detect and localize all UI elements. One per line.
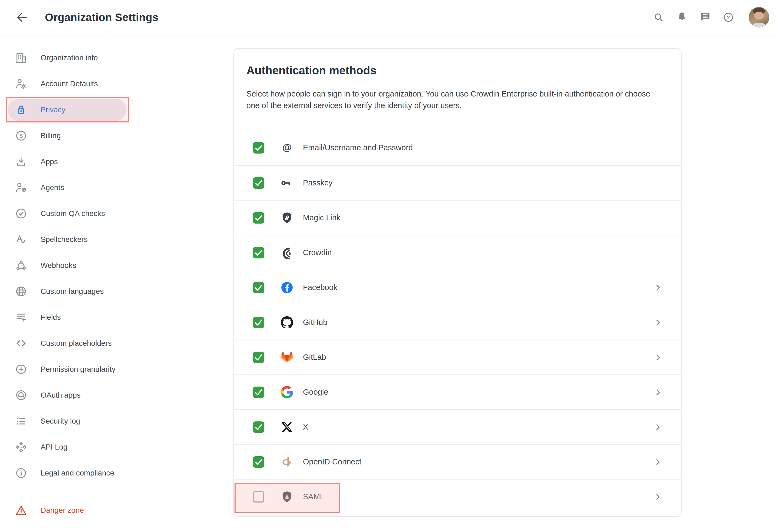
chevron-right-icon[interactable] (654, 283, 662, 292)
privacy-icon (15, 104, 27, 116)
openid-connect-icon (281, 456, 294, 468)
auth-method-label: Facebook (303, 283, 337, 292)
fields-icon (15, 311, 27, 324)
sidebar-item-fields[interactable]: Fields (0, 305, 233, 330)
checkbox-google[interactable] (253, 387, 264, 398)
sidebar-item-label: Legal and compliance (41, 469, 114, 477)
sidebar-item-label: Privacy (41, 106, 65, 114)
checkbox-github[interactable] (253, 317, 264, 328)
checkbox-crowdin[interactable] (253, 247, 264, 258)
auth-method-row-openid-connect[interactable]: OpenID Connect (234, 444, 681, 479)
auth-method-row-crowdin: Crowdin (234, 235, 681, 270)
oauth-apps-icon (15, 389, 27, 401)
notifications-bell-icon[interactable] (676, 11, 688, 23)
checkbox-passkey[interactable] (253, 177, 264, 189)
custom-qa-checks-icon (15, 207, 27, 220)
sidebar-item-danger-zone[interactable]: Danger zone (0, 497, 233, 523)
sidebar-item-label: Fields (41, 313, 61, 322)
checkbox-email-username-and-password[interactable] (253, 142, 264, 153)
sidebar: Organization infoAccount DefaultsPrivacy… (0, 35, 233, 523)
sidebar-item-custom-qa-checks[interactable]: Custom QA checks (0, 201, 233, 226)
email-username-and-password-icon: @ (281, 141, 294, 154)
passkey-icon (281, 177, 294, 190)
auth-methods-list: @Email/Username and PasswordPasskeyMagic… (234, 130, 681, 514)
sidebar-item-api-log[interactable]: API Log (0, 434, 233, 460)
crowdin-icon (281, 246, 294, 259)
auth-method-row-email-username-and-password: @Email/Username and Password (234, 130, 681, 165)
search-icon[interactable] (652, 11, 665, 23)
sidebar-item-label: Spellcheckers (41, 235, 87, 244)
sidebar-item-oauth-apps[interactable]: OAuth apps (0, 382, 233, 408)
auth-method-row-x[interactable]: X (234, 409, 681, 444)
checkbox-gitlab[interactable] (253, 352, 264, 363)
checkbox-openid-connect[interactable] (253, 456, 264, 468)
sidebar-item-label: Webhooks (41, 261, 76, 270)
sidebar-item-custom-placeholders[interactable]: Custom placeholders (0, 330, 233, 356)
billing-icon: $ (15, 130, 27, 142)
chevron-right-icon[interactable] (654, 318, 662, 327)
svg-text:?: ? (727, 15, 730, 20)
sidebar-item-agents[interactable]: Agents (0, 175, 233, 201)
account-defaults-icon (15, 78, 27, 90)
security-log-icon (15, 415, 27, 427)
legal-and-compliance-icon (15, 467, 27, 479)
sidebar-item-security-log[interactable]: Security log (0, 408, 233, 434)
checkbox-magic-link[interactable] (253, 212, 264, 223)
auth-method-label: GitLab (303, 353, 326, 362)
auth-method-label: Crowdin (303, 248, 332, 257)
svg-text:@: @ (282, 142, 292, 153)
webhooks-icon (15, 259, 27, 272)
sidebar-item-label: Custom languages (41, 287, 104, 296)
sidebar-item-legal-and-compliance[interactable]: Legal and compliance (0, 460, 233, 486)
sidebar-item-billing[interactable]: $Billing (0, 123, 233, 149)
magic-link-icon (281, 211, 294, 224)
sidebar-item-permission-granularity[interactable]: Permission granularity (0, 356, 233, 382)
x-icon (281, 421, 294, 434)
auth-method-label: Magic Link (303, 213, 341, 222)
sidebar-item-label: Security log (41, 417, 80, 425)
sidebar-item-account-defaults[interactable]: Account Defaults (0, 71, 233, 97)
warning-icon (15, 504, 27, 517)
auth-method-row-passkey: Passkey (234, 165, 681, 200)
chevron-right-icon[interactable] (654, 458, 662, 466)
auth-method-label: X (303, 422, 308, 431)
auth-method-row-saml[interactable]: SAML (234, 479, 681, 514)
auth-method-row-facebook[interactable]: Facebook (234, 270, 681, 305)
auth-method-row-google[interactable]: Google (234, 375, 681, 409)
sidebar-item-label: Billing (41, 131, 61, 140)
agents-icon (15, 181, 27, 194)
sidebar-item-label: Custom placeholders (41, 339, 112, 348)
auth-method-label: OpenID Connect (303, 457, 361, 466)
auth-method-row-magic-link: Magic Link (234, 200, 681, 235)
sidebar-item-spellcheckers[interactable]: Spellcheckers (0, 226, 233, 253)
user-avatar[interactable] (749, 7, 769, 27)
chevron-right-icon[interactable] (654, 492, 662, 501)
sidebar-item-label: Account Defaults (41, 79, 98, 88)
card-description: Select how people can sign in to your or… (246, 88, 664, 111)
top-app-bar: Organization Settings ? (0, 0, 779, 35)
help-icon[interactable]: ? (722, 11, 735, 23)
auth-method-row-gitlab[interactable]: GitLab (234, 339, 681, 375)
checkbox-saml[interactable] (253, 491, 264, 503)
spellcheckers-icon (15, 233, 27, 246)
sidebar-item-label: Custom QA checks (41, 209, 105, 218)
facebook-icon (281, 281, 294, 294)
chevron-right-icon[interactable] (654, 423, 662, 431)
sidebar-item-custom-languages[interactable]: Custom languages (0, 278, 233, 305)
github-icon (281, 316, 294, 329)
checkbox-facebook[interactable] (253, 282, 264, 293)
chevron-right-icon[interactable] (654, 353, 662, 362)
back-arrow-icon[interactable] (15, 10, 30, 25)
auth-method-row-github[interactable]: GitHub (234, 305, 681, 339)
sidebar-item-webhooks[interactable]: Webhooks (0, 253, 233, 278)
chevron-right-icon[interactable] (654, 388, 662, 397)
permission-granularity-icon (15, 363, 27, 376)
sidebar-item-privacy[interactable]: Privacy (0, 97, 233, 123)
messages-icon[interactable] (699, 11, 711, 23)
sidebar-item-organization-info[interactable]: Organization info (0, 45, 233, 71)
sidebar-item-apps[interactable]: Apps (0, 149, 233, 175)
sidebar-item-label: Agents (41, 183, 64, 192)
sidebar-item-label: Danger zone (41, 506, 84, 515)
saml-icon (281, 490, 294, 503)
checkbox-x[interactable] (253, 421, 264, 433)
